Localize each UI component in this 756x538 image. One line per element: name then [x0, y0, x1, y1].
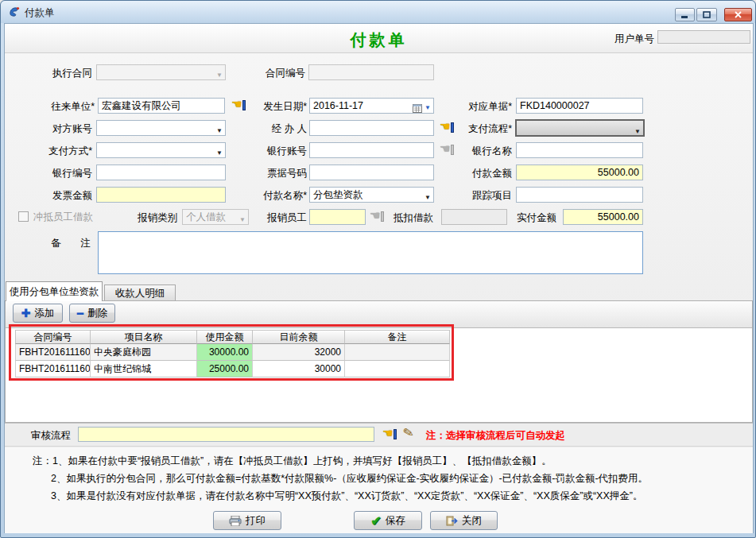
- payment-order-window: 付款单 付款单 用户单号 执行合同 ▼ 合同编号 往来单位* 宏鑫建设有限公司 …: [0, 0, 756, 538]
- expense-type-label: 报销类别: [120, 211, 177, 224]
- expense-employee-label: 报销员工: [243, 211, 307, 224]
- print-button[interactable]: 打印: [213, 511, 281, 530]
- chevron-down-icon: ▼: [216, 68, 223, 80]
- ref-doc-label: 对应单据*: [446, 100, 512, 113]
- close-button[interactable]: [724, 8, 752, 21]
- other-account-label: 对方账号: [17, 122, 92, 135]
- chevron-down-icon: ▼: [425, 101, 431, 114]
- track-project-field[interactable]: [516, 187, 643, 203]
- ref-doc-field[interactable]: FKD140000027: [516, 98, 643, 114]
- pay-name-label: 付款名称*: [243, 189, 307, 202]
- bill-no-label: 票据号码: [243, 167, 307, 180]
- deduct-loan-label: 抵扣借款: [374, 211, 433, 224]
- pay-name-select[interactable]: 分包垫资款▼: [309, 187, 434, 203]
- bank-code-label: 银行编号: [17, 167, 92, 180]
- tab-subcontract-advance[interactable]: 使用分包单位垫资款: [6, 281, 103, 301]
- chevron-down-icon: ▼: [425, 191, 431, 203]
- bank-name-field[interactable]: [516, 142, 643, 158]
- contract-no-label: 合同编号: [243, 67, 305, 79]
- note-line-3: 3、如果是付款没有对应付款单据，请在付款名称中写明“XX预付款”、“XX订货款”…: [51, 490, 642, 503]
- app-icon: [8, 6, 21, 18]
- pay-method-select[interactable]: ▼: [96, 142, 226, 158]
- annotation-highlight-box: [9, 324, 454, 381]
- user-no-field: [657, 30, 750, 44]
- expense-employee-field[interactable]: [309, 209, 366, 225]
- add-row-button[interactable]: ✚添加: [13, 304, 63, 323]
- exec-contract-label: 执行合同: [17, 67, 92, 79]
- user-no-label: 用户单号: [591, 33, 654, 45]
- note-line-2: 2、如果执行的分包合同，那么可付款金额=付款基数*付款限额%-（应收履约保证金-…: [51, 472, 648, 486]
- bank-account-label: 银行账号: [243, 145, 307, 157]
- occur-date-field[interactable]: 2016-11-17 ▼: [309, 98, 434, 114]
- pay-amount-label: 付款金额: [446, 167, 512, 180]
- bill-no-field[interactable]: [309, 164, 434, 180]
- occur-date-label: 发生日期*: [243, 100, 307, 113]
- counterparty-label: 往来单位*: [17, 100, 95, 113]
- expense-type-select: 个人借款▼: [182, 209, 249, 225]
- calendar-icon[interactable]: ▼: [413, 101, 431, 114]
- offset-loan-label: 冲抵员工借款: [33, 211, 109, 223]
- restore-icon: [703, 11, 711, 18]
- pay-flow-label: 支付流程*: [446, 122, 512, 135]
- remark-label: 备 注: [51, 237, 95, 250]
- close-form-button[interactable]: 关闭: [430, 511, 498, 530]
- printer-icon: [229, 516, 242, 526]
- titlebar: 付款单: [1, 1, 755, 23]
- approval-flow-label: 审核流程: [31, 429, 75, 442]
- save-button[interactable]: ✔ 保存: [354, 511, 422, 530]
- check-icon: ✔: [370, 513, 381, 528]
- close-icon: [735, 11, 742, 18]
- plus-icon: ✚: [21, 308, 31, 319]
- minimize-icon: [681, 11, 688, 18]
- minimize-button[interactable]: [675, 8, 695, 21]
- minus-icon: ━: [77, 308, 83, 319]
- remark-textarea[interactable]: [98, 231, 643, 274]
- handler-label: 经 办 人: [243, 122, 307, 135]
- contract-no-field: [308, 64, 434, 80]
- offset-loan-checkbox: [18, 211, 29, 222]
- delete-row-button[interactable]: ━删除: [69, 304, 115, 323]
- window-title: 付款单: [25, 6, 55, 20]
- actual-amount-field[interactable]: 55000.00: [563, 209, 643, 225]
- chevron-down-icon: ▼: [216, 124, 223, 136]
- approval-lookup-hand-icon[interactable]: ☚: [382, 428, 397, 441]
- pay-amount-field[interactable]: 55000.00: [516, 164, 643, 180]
- tab-payee-detail[interactable]: 收款人明细: [104, 284, 176, 301]
- bank-account-field[interactable]: [309, 142, 434, 158]
- note-line-1: 注：1、如果在付款中要“报销员工借款”，请在【冲抵员工借款】上打钩，并填写好【报…: [33, 455, 552, 468]
- maximize-button[interactable]: [696, 8, 717, 21]
- invoice-amount-label: 发票金额: [17, 189, 92, 202]
- exit-door-icon: [446, 516, 458, 526]
- other-account-select[interactable]: ▼: [96, 120, 226, 136]
- exec-contract-select: ▼: [96, 64, 226, 80]
- approval-flow-field[interactable]: [78, 427, 374, 442]
- track-project-label: 跟踪项目: [446, 189, 512, 202]
- actual-amount-label: 实付金额: [490, 211, 556, 224]
- counterparty-field[interactable]: 宏鑫建设有限公司: [98, 98, 225, 114]
- pay-method-label: 支付方式*: [17, 145, 92, 157]
- chevron-down-icon: ▼: [216, 146, 223, 158]
- handler-field[interactable]: [309, 120, 434, 136]
- bank-name-label: 银行名称: [446, 145, 512, 157]
- invoice-amount-field[interactable]: [96, 187, 226, 203]
- bank-code-field[interactable]: [96, 164, 226, 180]
- chevron-down-icon: ▼: [634, 125, 641, 137]
- pay-flow-select[interactable]: ▼: [515, 119, 645, 137]
- approval-note: 注：选择审核流程后可自动发起: [426, 429, 565, 443]
